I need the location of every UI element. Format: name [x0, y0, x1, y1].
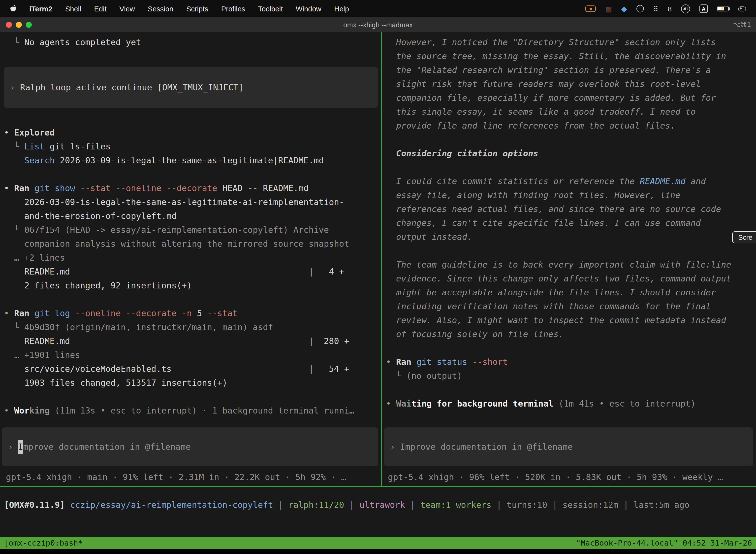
- text-segment: cczip/essay/ai-reimplementation-copyleft: [70, 500, 273, 510]
- text-segment: └: [4, 142, 24, 151]
- battery-icon[interactable]: [717, 6, 729, 11]
- terminal-line: • Ran git log --oneline --decorate -n 5 …: [4, 306, 381, 320]
- minimize-button[interactable]: [16, 21, 22, 27]
- text-segment: ralph:11/20: [288, 500, 344, 510]
- menu-item-session[interactable]: Session: [141, 5, 180, 13]
- dark-circle-app-icon[interactable]: [636, 5, 644, 12]
- left-terminal-pane[interactable]: └ No agents completed yet › Ralph loop a…: [0, 32, 381, 486]
- text-segment: I could cite commit statistics or refere…: [386, 176, 640, 186]
- text-segment: I: [18, 440, 23, 454]
- terminal-line: slight risk that future readers may over…: [386, 77, 756, 91]
- blue-app-icon[interactable]: ◆: [621, 5, 627, 12]
- close-button[interactable]: [6, 21, 12, 27]
- text-segment: 2026-03-09-is-legal-the-same-as-legitima…: [4, 197, 344, 207]
- screen-notification-tooltip: Scre: [732, 231, 756, 243]
- text-segment: |: [273, 500, 288, 510]
- menu-item-help[interactable]: Help: [328, 5, 356, 13]
- text-segment: essay file, along with finding root file…: [386, 190, 680, 200]
- text-segment: 2 files changed, 92 insertions(+): [4, 280, 192, 290]
- terminal-line: [4, 167, 381, 181]
- menu-bar-left: iTerm2 Shell Edit View Session Scripts P…: [7, 4, 356, 13]
- terminal-line: README.md | 4 +: [4, 265, 381, 278]
- menu-bar-status-icons: ▦ ◆ ⠿ 8 .61 A: [585, 4, 749, 13]
- tmux-status-bar: [omx-cczip0:bash* "MacBook-Pro-44.local"…: [0, 537, 756, 549]
- menu-item-profiles[interactable]: Profiles: [215, 5, 252, 13]
- text-segment: --stat --oneline --decorate: [75, 183, 217, 193]
- text-segment: README.md | 4 +: [4, 267, 344, 277]
- terminal-line: the source tree, missing the essay. Stil…: [386, 49, 756, 63]
- text-segment: Considering citation options: [386, 149, 538, 158]
- screen-recording-indicator-icon[interactable]: [585, 5, 596, 12]
- menu-item-scripts[interactable]: Scripts: [180, 5, 215, 13]
- text-segment: └ 4b9d30f (origin/main, instructkr/main,…: [4, 322, 273, 332]
- battery-percentage-icon[interactable]: .61: [681, 4, 690, 13]
- menu-item-view[interactable]: View: [113, 5, 141, 13]
- text-segment: git show: [29, 183, 75, 193]
- text-segment: references need actual files, and since …: [386, 204, 721, 214]
- terminal-line: [4, 390, 381, 403]
- text-segment: this single essay, it seems like a good …: [386, 107, 696, 117]
- window-grid-icon[interactable]: ▦: [605, 5, 612, 12]
- omx-status-row: [OMX#0.11.9] cczip/essay/ai-reimplementa…: [0, 487, 756, 537]
- right-terminal-pane[interactable]: However, I noticed the "Directory Struct…: [382, 32, 756, 486]
- right-model-status-line: gpt-5.4 xhigh · 96% left · 520K in · 5.8…: [388, 470, 755, 484]
- menu-item-iterm2[interactable]: iTerm2: [23, 5, 59, 13]
- text-segment: evidence. Since this change only affects…: [386, 274, 731, 283]
- menu-item-shell[interactable]: Shell: [59, 5, 88, 13]
- omx-status-line: [OMX#0.11.9] cczip/essay/ai-reimplementa…: [4, 498, 752, 512]
- text-segment: --stat: [202, 308, 237, 318]
- apple-menu[interactable]: [7, 4, 23, 13]
- zoom-button[interactable]: [26, 21, 32, 27]
- text-segment: Ralph loop active continue [OMX_TMUX_INJ…: [20, 80, 244, 94]
- text-segment: team:1 workers: [421, 500, 492, 510]
- text-segment: review. Also, I might want to inspect th…: [386, 315, 726, 325]
- menu-item-window[interactable]: Window: [289, 5, 328, 13]
- menu-item-edit[interactable]: Edit: [87, 5, 113, 13]
- window-title: omx --xhigh --madmax: [0, 20, 756, 29]
- text-segment: might be acceptable alongside the file l…: [386, 287, 716, 297]
- text-segment: Ran: [14, 308, 29, 318]
- text-segment: •: [386, 357, 396, 367]
- text-segment: ›: [10, 80, 20, 94]
- terminal-line: [4, 292, 381, 306]
- text-segment: changes, I can't cite specific file line…: [386, 218, 701, 228]
- dots-grid-icon[interactable]: ⠿: [653, 5, 658, 12]
- text-segment: 2026-03-09-is-legal-the-same-as-legitima…: [55, 155, 324, 165]
- text-segment: git ls-files: [45, 142, 111, 151]
- screen: iTerm2 Shell Edit View Session Scripts P…: [0, 0, 756, 554]
- control-center-icon[interactable]: [738, 6, 746, 11]
- terminal-line: [386, 383, 756, 397]
- text-segment: •: [386, 399, 396, 408]
- key-icon[interactable]: 8: [668, 5, 672, 12]
- terminal-line: └ No agents completed yet: [4, 35, 381, 49]
- text-segment: and-the-erosion-of-copyleft.md: [4, 211, 177, 221]
- text-segment: provide file and line references from th…: [386, 121, 675, 130]
- terminal-line: Search 2026-03-09-is-legal-the-same-as-l…: [4, 153, 381, 167]
- terminal-line: evidence. Since this change only affects…: [386, 272, 756, 285]
- terminal-line: essay file, along with finding root file…: [386, 188, 756, 202]
- text-segment: └ 067f154 (HEAD -> essay/ai-reimplementa…: [4, 225, 329, 235]
- terminal-line: … +2 lines: [4, 251, 381, 265]
- terminal-line: companion file, especially if more comme…: [386, 91, 756, 105]
- text-segment: including verification notes with those …: [386, 301, 711, 311]
- terminal-line: [4, 112, 381, 126]
- terminal-line: [386, 341, 756, 355]
- apple-logo-icon: [10, 4, 17, 13]
- text-segment: src/voice/voiceModeEnabled.ts | 54 +: [4, 364, 349, 374]
- menu-item-toolbelt[interactable]: Toolbelt: [252, 5, 289, 13]
- text-segment: The team guideline is to back every impo…: [386, 260, 731, 270]
- text-segment: •: [4, 183, 14, 193]
- tmux-host-datetime: "MacBook-Pro-44.local" 04:52 31-Mar-26: [576, 538, 752, 547]
- terminal-line: I could cite commit statistics or refere…: [386, 174, 756, 188]
- terminal-line: [386, 132, 756, 147]
- right-prompt-input[interactable]: › Improve documentation in @filename: [384, 428, 753, 466]
- terminal-line: of focusing solely on file lines.: [386, 327, 756, 341]
- input-source-icon[interactable]: A: [699, 4, 708, 13]
- window-controls: [6, 21, 32, 27]
- ralph-loop-banner: › Ralph loop active continue [OMX_TMUX_I…: [4, 67, 378, 108]
- text-segment: companion analysis without altering the …: [4, 239, 349, 249]
- text-segment: git log: [29, 308, 70, 318]
- left-prompt-input[interactable]: › Improve documentation in @filename: [2, 428, 378, 466]
- terminal-line: 2026-03-09-is-legal-the-same-as-legitima…: [4, 195, 381, 209]
- terminal-line: • Ran git show --stat --oneline --decora…: [4, 181, 381, 195]
